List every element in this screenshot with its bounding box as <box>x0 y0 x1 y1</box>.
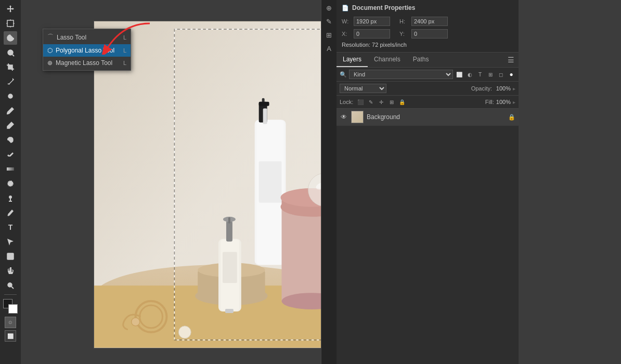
crop-tool[interactable] <box>4 60 17 74</box>
doc-properties-title: 📄 Document Properties <box>342 4 513 11</box>
right-container: ⊕ ✎ ⊞ A 📄 Document Properties W: H: X: Y… <box>321 0 621 364</box>
lock-icons: ⬛ ✎ ✛ ⊞ 🔒 <box>356 98 406 106</box>
svg-point-6 <box>8 50 13 55</box>
color-swatches[interactable] <box>3 299 18 314</box>
lock-fill-row: Lock: ⬛ ✎ ✛ ⊞ 🔒 Fill: 100% ▸ <box>337 96 519 109</box>
fill-expand[interactable]: ▸ <box>513 99 515 105</box>
healing-brush-tool[interactable] <box>4 89 17 103</box>
polygonal-lasso-icon: ⬡ <box>47 47 53 54</box>
background-color[interactable] <box>8 304 18 314</box>
magnetic-lasso-icon: ⊕ <box>47 59 53 67</box>
clone-stamp-tool[interactable] <box>4 119 17 132</box>
magnetic-lasso-item[interactable]: ⊕ Magnetic Lasso Tool L <box>43 57 131 69</box>
filter-search-icon: 🔍 <box>340 71 347 78</box>
x-input[interactable] <box>354 29 390 38</box>
zoom-tool[interactable] <box>4 279 17 292</box>
lock-all-btn[interactable]: 🔒 <box>398 98 406 106</box>
lock-pixels-btn[interactable]: ✎ <box>367 98 375 106</box>
lock-label: Lock: <box>340 99 353 105</box>
type-btn[interactable]: A <box>324 43 335 54</box>
lasso-tool-menu: ⌒ Lasso Tool L ⬡ Polygonal Lasso Tool L … <box>43 29 131 71</box>
lock-position-btn[interactable]: ✛ <box>377 98 385 106</box>
layer-lock-icon: 🔒 <box>508 114 515 121</box>
pen-tool[interactable] <box>4 206 17 219</box>
y-input[interactable] <box>411 29 448 38</box>
svg-rect-37 <box>259 161 282 203</box>
eyedropper-tool[interactable] <box>4 75 17 88</box>
lasso-shortcut: L <box>123 34 126 41</box>
blur-tool[interactable] <box>4 177 17 190</box>
layer-item[interactable]: 👁 Background 🔒 <box>337 109 519 126</box>
properties-btn[interactable]: ⊕ <box>324 2 335 14</box>
svg-rect-49 <box>226 221 232 242</box>
svg-rect-18 <box>7 253 14 259</box>
right-mini-toolbar: ⊕ ✎ ⊞ A <box>321 0 337 364</box>
style-btn[interactable]: ⊞ <box>324 29 335 41</box>
left-toolbar: T ⊙ ⬜ <box>0 0 21 364</box>
magnetic-lasso-label: Magnetic Lasso Tool <box>56 59 112 67</box>
eraser-tool[interactable] <box>4 148 17 161</box>
screen-mode-btn[interactable]: ⬜ <box>5 330 16 342</box>
adjust-btn[interactable]: ✎ <box>324 16 335 27</box>
quick-select-tool[interactable] <box>4 46 17 59</box>
tab-layers[interactable]: Layers <box>337 53 368 67</box>
svg-rect-40 <box>281 208 321 301</box>
filter-pixel-btn[interactable]: ⬜ <box>455 70 463 79</box>
filter-kind-select[interactable]: Kind <box>349 70 453 79</box>
opacity-expand[interactable]: ▸ <box>513 86 515 92</box>
polygonal-lasso-item[interactable]: ⬡ Polygonal Lasso Tool L <box>43 44 131 57</box>
hand-tool[interactable] <box>4 264 17 278</box>
quick-mask-btn[interactable]: ⊙ <box>5 317 16 328</box>
lock-transparent-btn[interactable]: ⬛ <box>356 98 365 106</box>
svg-rect-52 <box>223 252 237 283</box>
svg-rect-38 <box>263 109 267 124</box>
svg-rect-36 <box>259 102 269 106</box>
svg-rect-0 <box>7 20 14 27</box>
main-area: ⌒ Lasso Tool L ⬡ Polygonal Lasso Tool L … <box>21 0 321 364</box>
filter-adjust-btn[interactable]: ◐ <box>465 70 474 79</box>
blend-opacity-row: Normal Opacity: 100% ▸ <box>337 82 519 96</box>
layers-list: 👁 Background 🔒 <box>337 109 519 364</box>
layer-thumbnail <box>351 111 364 123</box>
x-label: X: <box>342 31 350 37</box>
blend-mode-select[interactable]: Normal <box>340 84 386 93</box>
artboard-tool[interactable] <box>4 17 17 30</box>
dodge-tool[interactable] <box>4 191 17 205</box>
history-brush-tool[interactable] <box>4 133 17 147</box>
opacity-row: Opacity: 100% ▸ <box>471 85 515 92</box>
brush-tool[interactable] <box>4 104 17 118</box>
path-selection-tool[interactable] <box>4 235 17 249</box>
shape-tool[interactable] <box>4 250 17 263</box>
height-input[interactable] <box>411 17 448 26</box>
height-label: H: <box>399 18 407 24</box>
filter-icons: ⬜ ◐ T ⊞ ◻ ● <box>455 70 515 79</box>
svg-point-14 <box>9 196 12 199</box>
svg-line-20 <box>11 287 14 289</box>
filter-shape-btn[interactable]: ⊞ <box>486 70 495 79</box>
width-input[interactable] <box>354 17 390 26</box>
lasso-tool-item[interactable]: ⌒ Lasso Tool L <box>43 30 131 44</box>
layer-name: Background <box>367 113 505 121</box>
svg-point-27 <box>132 318 140 326</box>
layers-tabs: Layers Channels Paths ☰ <box>337 53 519 68</box>
tab-paths[interactable]: Paths <box>407 53 435 67</box>
layers-panel-menu[interactable]: ☰ <box>503 54 519 66</box>
filter-smart-btn[interactable]: ◻ <box>497 70 505 79</box>
lasso-icon: ⌒ <box>47 33 54 42</box>
svg-point-13 <box>8 181 13 186</box>
tab-channels[interactable]: Channels <box>368 53 407 67</box>
svg-rect-51 <box>228 217 230 224</box>
magnetic-shortcut: L <box>123 60 126 66</box>
fill-value: 100% <box>496 99 511 105</box>
right-panels: 📄 Document Properties W: H: X: Y: Resolu… <box>337 0 519 364</box>
type-tool[interactable]: T <box>4 220 17 234</box>
lasso-tool[interactable] <box>4 31 17 45</box>
toolbar-divider <box>4 294 17 295</box>
filter-toggle-btn[interactable]: ● <box>507 70 515 79</box>
move-tool[interactable] <box>4 2 17 16</box>
lock-artboard-btn[interactable]: ⊞ <box>387 98 396 106</box>
gradient-tool[interactable] <box>4 162 17 176</box>
layer-visibility-toggle[interactable]: 👁 <box>340 113 348 121</box>
filter-type-btn[interactable]: T <box>476 70 484 79</box>
document-properties-panel: 📄 Document Properties W: H: X: Y: Resolu… <box>337 0 519 53</box>
